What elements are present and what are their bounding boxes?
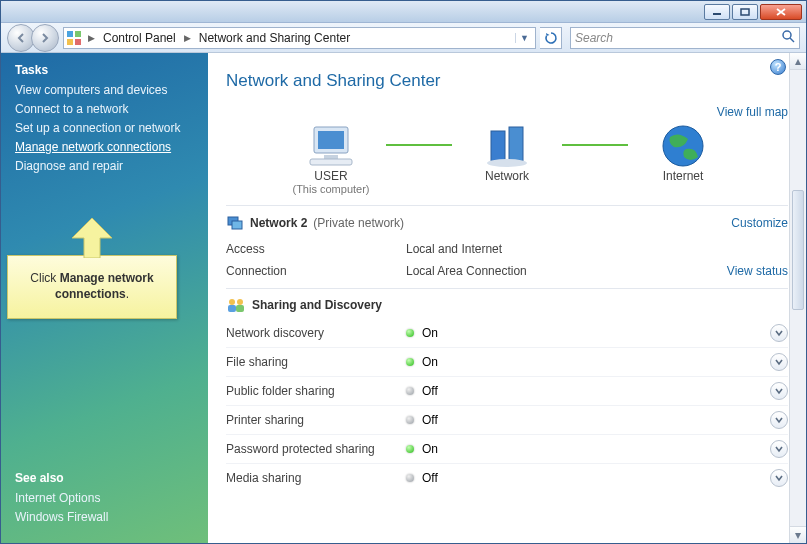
svg-rect-4	[67, 39, 73, 45]
scroll-track[interactable]	[790, 70, 806, 526]
connector-line	[562, 144, 628, 146]
status-dot-icon	[406, 416, 414, 424]
sidebar-item-manage-connections[interactable]: Manage network connections	[15, 140, 194, 154]
search-input[interactable]: Search	[570, 27, 800, 49]
address-bar[interactable]: ▶ Control Panel ▶ Network and Sharing Ce…	[63, 27, 536, 49]
sharing-row: Media sharingOff	[226, 463, 788, 492]
customize-link[interactable]: Customize	[731, 216, 788, 230]
instruction-callout: Click Manage network connections.	[7, 255, 177, 319]
status-dot-icon	[406, 329, 414, 337]
sharing-row-label: Printer sharing	[226, 413, 406, 427]
sidebar-item-setup-connection[interactable]: Set up a connection or network	[15, 121, 194, 135]
maximize-button[interactable]	[732, 4, 758, 20]
sharing-row: Printer sharingOff	[226, 405, 788, 434]
see-also-heading: See also	[15, 471, 194, 485]
search-icon[interactable]	[781, 29, 795, 46]
sharing-row-value: On	[422, 326, 438, 340]
sharing-row: Network discoveryOn	[226, 319, 788, 347]
svg-rect-18	[232, 221, 242, 229]
network-section-header: Network 2 (Private network) Customize	[226, 214, 788, 232]
sharing-row-label: Media sharing	[226, 471, 406, 485]
sharing-row: Password protected sharingOn	[226, 434, 788, 463]
vertical-scrollbar[interactable]: ▴ ▾	[789, 53, 806, 543]
svg-rect-11	[310, 159, 352, 165]
sidebar-item-diagnose-repair[interactable]: Diagnose and repair	[15, 159, 194, 173]
tasks-heading: Tasks	[15, 63, 194, 77]
expand-button[interactable]	[770, 324, 788, 342]
connection-label: Connection	[226, 264, 406, 278]
svg-rect-2	[67, 31, 73, 37]
expand-button[interactable]	[770, 382, 788, 400]
scroll-down-button[interactable]: ▾	[790, 526, 806, 543]
breadcrumb-control-panel[interactable]: Control Panel	[101, 31, 178, 45]
svg-rect-12	[491, 131, 505, 161]
breadcrumb-network-sharing[interactable]: Network and Sharing Center	[197, 31, 352, 45]
breadcrumb-sep-icon: ▶	[182, 33, 193, 43]
minimize-button[interactable]	[704, 4, 730, 20]
breadcrumb-sep-icon: ▶	[86, 33, 97, 43]
page-title: Network and Sharing Center	[226, 71, 788, 91]
svg-rect-22	[236, 305, 244, 312]
sharing-row-value: Off	[422, 413, 438, 427]
svg-point-21	[237, 299, 243, 305]
view-full-map-link[interactable]: View full map	[717, 105, 788, 119]
seealso-internet-options[interactable]: Internet Options	[15, 491, 194, 505]
svg-point-14	[487, 159, 527, 167]
connection-value: Local Area Connection	[406, 264, 727, 278]
sharing-row-label: Public folder sharing	[226, 384, 406, 398]
svg-line-7	[790, 38, 794, 42]
access-label: Access	[226, 242, 406, 256]
svg-rect-20	[228, 305, 236, 312]
status-dot-icon	[406, 387, 414, 395]
status-dot-icon	[406, 474, 414, 482]
expand-button[interactable]	[770, 353, 788, 371]
expand-button[interactable]	[770, 411, 788, 429]
node-network: Network	[432, 123, 582, 195]
callout-text-prefix: Click	[30, 271, 59, 285]
node-internet: Internet	[608, 123, 758, 195]
connector-line	[386, 144, 452, 146]
close-button[interactable]	[760, 4, 802, 20]
node-internet-label: Internet	[663, 169, 704, 183]
node-network-label: Network	[485, 169, 529, 183]
sharing-icon	[226, 297, 246, 313]
seealso-windows-firewall[interactable]: Windows Firewall	[15, 510, 194, 524]
globe-icon	[660, 123, 706, 169]
svg-point-6	[783, 31, 791, 39]
refresh-button[interactable]	[540, 27, 562, 49]
expand-button[interactable]	[770, 469, 788, 487]
svg-rect-5	[75, 39, 81, 45]
scroll-thumb[interactable]	[792, 190, 804, 310]
svg-point-19	[229, 299, 235, 305]
network-icon	[483, 123, 531, 169]
scroll-up-button[interactable]: ▴	[790, 53, 806, 70]
help-icon[interactable]: ?	[770, 59, 786, 75]
sharing-row-value: On	[422, 355, 438, 369]
sharing-row-value: Off	[422, 384, 438, 398]
title-bar	[1, 1, 806, 23]
sharing-row-label: File sharing	[226, 355, 406, 369]
callout-arrow-icon	[67, 216, 117, 258]
forward-button[interactable]	[31, 24, 59, 52]
window-frame: ▶ Control Panel ▶ Network and Sharing Ce…	[0, 0, 807, 544]
sharing-section-header: Sharing and Discovery	[226, 297, 788, 313]
address-dropdown-icon[interactable]: ▼	[515, 33, 533, 43]
expand-button[interactable]	[770, 440, 788, 458]
sidebar-item-connect-network[interactable]: Connect to a network	[15, 102, 194, 116]
access-value: Local and Internet	[406, 242, 788, 256]
nav-toolbar: ▶ Control Panel ▶ Network and Sharing Ce…	[1, 23, 806, 53]
sharing-row: File sharingOn	[226, 347, 788, 376]
view-status-link[interactable]: View status	[727, 264, 788, 278]
node-computer-label: USER	[314, 169, 347, 183]
network-name: Network 2	[250, 216, 307, 230]
tasks-sidebar: Tasks View computers and devices Connect…	[1, 53, 208, 543]
status-dot-icon	[406, 358, 414, 366]
sharing-row: Public folder sharingOff	[226, 376, 788, 405]
sidebar-item-view-computers[interactable]: View computers and devices	[15, 83, 194, 97]
search-placeholder: Search	[575, 31, 613, 45]
sharing-row-label: Network discovery	[226, 326, 406, 340]
svg-rect-1	[741, 9, 749, 15]
node-computer-sub: (This computer)	[292, 183, 369, 195]
control-panel-icon	[66, 30, 82, 46]
status-dot-icon	[406, 445, 414, 453]
